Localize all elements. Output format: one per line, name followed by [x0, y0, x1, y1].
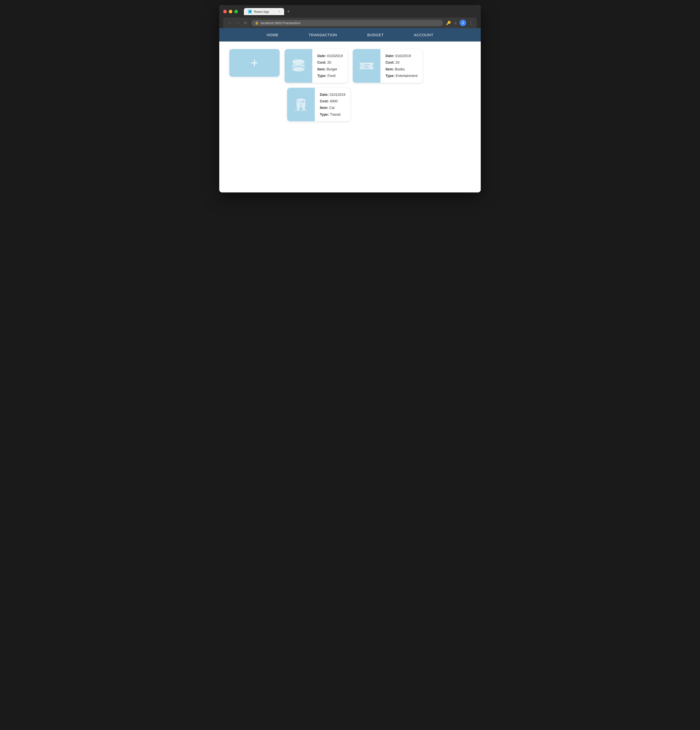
- svg-rect-12: [364, 67, 369, 68]
- forward-button[interactable]: →: [235, 20, 241, 25]
- browser-window: ⚛ React App × + ← → ↻ 🔒 localhost:3001/T…: [219, 5, 481, 193]
- transit-icon: [292, 96, 310, 113]
- key-icon[interactable]: 🔑: [446, 20, 451, 25]
- active-tab[interactable]: ⚛ React App ×: [244, 8, 284, 15]
- transaction-row-2: Date: 01012019 Cost: 4000 Item: Car Type…: [287, 88, 471, 121]
- menu-icon[interactable]: ⋮: [469, 20, 473, 25]
- svg-point-7: [358, 65, 361, 67]
- svg-point-3: [300, 61, 301, 61]
- svg-point-2: [298, 60, 299, 61]
- transaction-1-item: Item: Burger: [317, 66, 343, 72]
- reload-button[interactable]: ↻: [242, 20, 248, 25]
- transaction-2-type: Type: Entertainment: [385, 73, 417, 79]
- add-transaction-button[interactable]: +: [229, 49, 280, 77]
- nav-home[interactable]: HOME: [261, 28, 283, 41]
- browser-titlebar: ⚛ React App × +: [223, 8, 477, 15]
- app-content: HOME TRANSACTION BUDGET ACCOUNT +: [219, 28, 481, 193]
- svg-rect-11: [364, 66, 369, 67]
- address-bar[interactable]: 🔒 localhost:3001/Transaction/: [251, 20, 443, 26]
- transaction-2-item: Item: Books: [385, 66, 417, 72]
- browser-toolbar: ← → ↻ 🔒 localhost:3001/Transaction/ 🔑 ☆ …: [223, 18, 477, 28]
- svg-point-18: [297, 108, 299, 110]
- svg-point-8: [372, 65, 375, 67]
- svg-point-1: [296, 60, 297, 61]
- maximize-traffic-light[interactable]: [234, 10, 238, 13]
- nav-bar: HOME TRANSACTION BUDGET ACCOUNT: [219, 28, 481, 41]
- transaction-row-1: +: [229, 49, 471, 83]
- ticket-icon-area: [353, 49, 381, 83]
- transit-icon-area: [287, 88, 315, 121]
- minimize-traffic-light[interactable]: [229, 10, 232, 13]
- tab-favicon: ⚛: [248, 10, 252, 13]
- traffic-lights: [223, 10, 238, 13]
- close-traffic-light[interactable]: [223, 10, 227, 13]
- bookmark-icon[interactable]: ☆: [454, 20, 457, 25]
- transaction-3-item: Item: Car: [320, 105, 345, 110]
- transaction-card-2[interactable]: Date: 01022019 Cost: 20 Item: Books Type…: [353, 49, 422, 83]
- svg-rect-4: [292, 64, 305, 66]
- svg-point-19: [302, 108, 305, 110]
- browser-chrome: ⚛ React App × + ← → ↻ 🔒 localhost:3001/T…: [219, 5, 481, 28]
- nav-buttons: ← → ↻: [227, 20, 248, 25]
- transaction-3-date: Date: 01012019: [320, 92, 345, 97]
- svg-rect-15: [302, 101, 305, 103]
- transaction-3-details: Date: 01012019 Cost: 4000 Item: Car Type…: [315, 88, 350, 121]
- svg-point-5: [292, 67, 305, 72]
- transaction-1-details: Date: 01032019 Cost: 20 Item: Burger Typ…: [312, 49, 348, 83]
- back-button[interactable]: ←: [227, 20, 233, 25]
- transaction-1-cost: Cost: 20: [317, 60, 343, 65]
- url-display: localhost:3001/Transaction/: [261, 21, 301, 25]
- nav-budget[interactable]: BUDGET: [362, 28, 389, 41]
- lock-icon: 🔒: [255, 21, 259, 25]
- burger-icon: [290, 57, 307, 75]
- transaction-1-date: Date: 01032019: [317, 53, 343, 58]
- ticket-icon: [358, 57, 375, 75]
- transaction-2-cost: Cost: 20: [385, 60, 417, 65]
- transaction-1-type: Type: Food: [317, 73, 343, 79]
- transaction-card-3[interactable]: Date: 01012019 Cost: 4000 Item: Car Type…: [287, 88, 350, 121]
- burger-icon-area: [284, 49, 312, 83]
- new-tab-button[interactable]: +: [287, 9, 290, 14]
- tab-title: React App: [254, 10, 269, 13]
- transaction-card-1[interactable]: Date: 01032019 Cost: 20 Item: Burger Typ…: [284, 49, 348, 83]
- nav-account[interactable]: ACCOUNT: [409, 28, 439, 41]
- svg-point-22: [299, 100, 300, 102]
- transaction-3-cost: Cost: 4000: [320, 98, 345, 104]
- transaction-2-date: Date: 01022019: [385, 53, 417, 58]
- plus-icon: +: [251, 56, 258, 69]
- tab-close-button[interactable]: ×: [279, 10, 280, 13]
- transaction-3-type: Type: Transit: [320, 112, 345, 117]
- svg-point-17: [300, 105, 302, 106]
- svg-rect-10: [364, 64, 370, 65]
- tab-bar: ⚛ React App × +: [244, 8, 290, 15]
- user-avatar[interactable]: J: [459, 20, 466, 26]
- browser-actions: 🔑 ☆ J ⋮: [446, 20, 473, 26]
- svg-rect-21: [299, 99, 303, 99]
- main-content: +: [219, 41, 481, 193]
- transaction-2-details: Date: 01022019 Cost: 20 Item: Books Type…: [381, 49, 422, 83]
- nav-transaction[interactable]: TRANSACTION: [303, 28, 342, 41]
